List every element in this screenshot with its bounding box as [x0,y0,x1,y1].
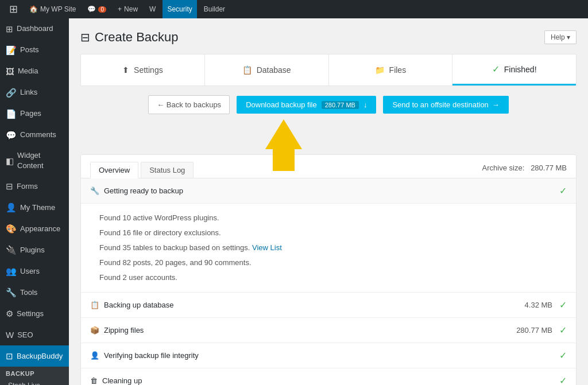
tab-finished[interactable]: ✓ Finished! [452,55,576,85]
help-button[interactable]: Help ▾ [544,30,577,44]
verify-row-icon: 👤 [90,351,99,360]
sidebar-item-media[interactable]: 🖼 Media [0,61,69,82]
download-arrow-icon: ↓ [363,100,368,109]
tab-settings[interactable]: ⬆ Settings [81,55,205,85]
verifying-row: 👤 Verifying backup file integrity ✓ [81,343,576,368]
sidebar-item-appearance[interactable]: 🎨 Appearance [0,218,69,239]
detail-line-5: Found 2 user accounts. [99,270,567,285]
pages-icon: 📄 [6,108,17,120]
admin-security-label: Security [167,5,192,13]
builder-label: Builder [204,5,225,13]
dashboard-icon: ⊞ [6,23,13,35]
comment-count-badge: 0 [98,6,106,13]
sidebar-label-pages: Pages [20,108,41,119]
admin-bar-security[interactable]: Security [163,0,196,18]
zipping-files-row: 📦 Zipping files 280.77 MB ✓ [81,318,576,343]
comments-icon: 💬 [6,129,17,141]
sidebar-label-forms: Forms [17,181,38,192]
sidebar-item-comments[interactable]: 💬 Comments [0,125,69,146]
sidebar-label-backupbuddy: BackupBuddy [17,351,63,361]
sidebar-item-links[interactable]: 🔗 Links [0,82,69,103]
sidebar-item-dashboard[interactable]: ⊞ Dashboard [0,18,69,40]
forms-icon: ⊟ [6,180,13,192]
sidebar-item-forms[interactable]: ⊟ Forms [0,176,69,197]
download-backup-button[interactable]: Download backup file 280.77 MB ↓ [237,96,376,114]
view-list-link[interactable]: View List [252,243,282,252]
sidebar-item-pages[interactable]: 📄 Pages [0,103,69,125]
page-header: ⊟ Create Backup Help ▾ [80,30,577,45]
detail-line-4: Found 82 posts, 20 pages, and 90 comment… [99,255,567,270]
page-title-icon: ⊟ [80,30,90,44]
sidebar-item-posts[interactable]: 📝 Posts [0,40,69,61]
sidebar-label-appearance: Appearance [20,224,60,234]
settings-tab-label: Settings [134,65,163,75]
action-bar: ← Back to backups Download backup file 2… [80,95,577,114]
settings-icon: ⚙ [6,308,13,320]
sidebar-item-plugins[interactable]: 🔌 Plugins [0,239,69,260]
posts-icon: 📝 [6,44,17,56]
detail-line-2: Found 16 file or directory exclusions. [99,225,567,240]
sidebar-label-tools: Tools [20,287,37,298]
sidebar-item-widget-content[interactable]: ◧ Widget Content [0,146,69,176]
tab-database[interactable]: 📋 Database [205,55,329,85]
page-title: Create Backup [95,30,179,45]
send-to-offsite-button[interactable]: Send to an offsite destination → [383,96,508,114]
detail-line-1: Found 10 active WordPress plugins. [99,211,567,225]
wrench-icon: 🔧 [90,186,99,195]
send-arrow-icon: → [492,100,500,109]
tab-status-log[interactable]: Status Log [141,162,194,178]
sidebar: ⊞ Dashboard 📝 Posts 🖼 Media 🔗 Links 📄 Pa… [0,18,69,385]
cleaning-up-right: ✓ [559,375,567,385]
zipping-files-right: 280.77 MB ✓ [516,325,567,336]
admin-bar-site[interactable]: 🏠 My WP Site [25,0,80,18]
backupbuddy-icon: ⊡ [6,350,13,362]
links-icon: 🔗 [6,87,17,99]
sidebar-label-media: Media [18,66,38,76]
sidebar-label-comments: Comments [20,130,56,140]
files-tab-label: Files [389,65,407,75]
backing-up-db-check: ✓ [559,300,567,310]
tab-overview[interactable]: Overview [90,162,138,178]
admin-bar-new[interactable]: + New [113,0,142,18]
admin-bar: ⊞ 🏠 My WP Site 💬 0 + New W Security Buil… [0,0,588,18]
admin-bar-ithemes[interactable]: W [145,0,160,18]
cleaning-up-row: 🗑 Cleaning up ✓ [81,368,576,385]
appearance-icon: 🎨 [6,223,17,235]
getting-ready-section: 🔧 Getting ready to backup ✓ [81,178,576,204]
admin-bar-comments[interactable]: 💬 0 [83,0,111,18]
action-area: ← Back to backups Download backup file 2… [80,95,577,114]
tab-files[interactable]: 📁 Files [329,55,453,85]
database-tab-label: Database [257,65,291,75]
download-size-badge: 280.77 MB [322,101,359,109]
sidebar-item-my-theme[interactable]: 👤 My Theme [0,197,69,218]
database-tab-icon: 📋 [242,65,252,75]
verifying-right: ✓ [559,350,567,361]
cleaning-up-check: ✓ [559,375,567,385]
media-icon: 🖼 [6,65,14,77]
wp-logo[interactable]: ⊞ [5,3,22,15]
sidebar-item-backupbuddy[interactable]: ⊡ BackupBuddy [0,345,69,367]
sidebar-item-tools[interactable]: 🔧 Tools [0,282,69,303]
detail-line-3: Found 35 tables to backup based on setti… [99,240,567,255]
site-name: My WP Site [40,5,76,13]
files-tab-icon: 📁 [375,65,385,75]
sidebar-item-seo[interactable]: W SEO [0,324,69,345]
progress-tabs: ⬆ Settings 📋 Database 📁 Files ✓ Finished… [80,54,577,86]
my-theme-icon: 👤 [6,201,17,213]
sidebar-item-settings[interactable]: ⚙ Settings [0,303,69,324]
finished-tab-label: Finished! [504,65,537,74]
back-to-backups-button[interactable]: ← Back to backups [148,95,230,114]
sidebar-label-users: Users [20,266,40,277]
sidebar-label-posts: Posts [20,45,39,55]
getting-ready-check: ✓ [559,185,567,196]
new-label: New [124,5,138,13]
sidebar-item-users[interactable]: 👥 Users [0,260,69,282]
site-icon: 🏠 [29,5,38,13]
backing-up-db-size: 4.32 MB [525,301,552,309]
submenu-stash-live[interactable]: Stash Live [0,378,69,385]
admin-bar-builder[interactable]: Builder [199,0,230,18]
comment-icon: 💬 [87,5,96,13]
content-tabs-left: Overview Status Log [90,162,194,178]
content-card: Overview Status Log Archive size: 280.77… [80,154,577,385]
settings-tab-icon: ⬆ [122,65,129,75]
